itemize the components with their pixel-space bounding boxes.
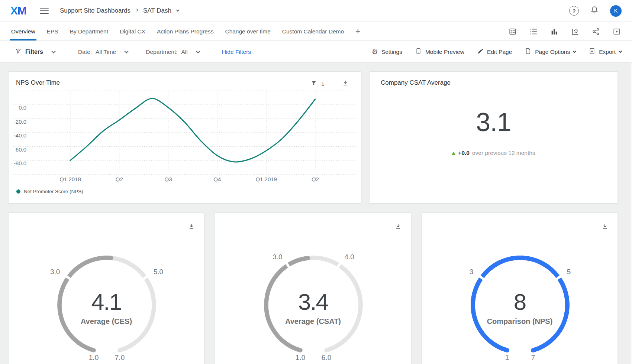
svg-text:-20.0: -20.0	[14, 118, 26, 125]
svg-text:3.0: 3.0	[50, 268, 60, 276]
gauge-label: Average (CSAT)	[215, 317, 411, 326]
dashboard-switcher-chevron-icon[interactable]	[176, 9, 179, 12]
avatar[interactable]: K	[610, 5, 622, 17]
svg-text:7.0: 7.0	[115, 354, 125, 361]
breadcrumb-separator-icon	[135, 9, 138, 12]
page-tab-bar: Overview EPS By Department Digital CX Ac…	[0, 22, 632, 41]
hide-filters-link[interactable]: Hide Filters	[222, 49, 251, 55]
xm-logo: XM	[10, 4, 26, 17]
breadcrumb: Support Site Dashboards SAT Dash	[60, 7, 179, 14]
funnel-icon	[15, 48, 22, 56]
widget-csat-gauge: 3.04.01.06.0 3.4 Average (CSAT)	[215, 212, 411, 364]
date-filter-chevron-icon	[125, 49, 129, 53]
export-icon	[589, 48, 596, 56]
svg-text:Q2: Q2	[116, 176, 123, 182]
legend-series-label: Net Promoter Score (NPS)	[24, 189, 83, 194]
bar-chart-icon[interactable]	[550, 27, 558, 36]
gauge-value: 4.1	[9, 289, 204, 315]
department-filter-chevron-icon	[196, 49, 200, 53]
svg-text:Q3: Q3	[165, 176, 172, 182]
gauge-label: Comparison (NPS)	[422, 317, 618, 326]
department-filter-label: Department:	[146, 49, 177, 55]
date-filter-label: Date:	[78, 49, 92, 55]
widget-title: Company CSAT Average	[381, 79, 451, 87]
date-filter[interactable]: Date: All Time	[78, 49, 128, 55]
scatter-icon[interactable]	[571, 27, 579, 36]
svg-text:Q2: Q2	[312, 176, 319, 182]
add-page-button[interactable]: +	[355, 22, 360, 40]
hamburger-menu-icon[interactable]	[40, 6, 49, 16]
svg-text:0.0: 0.0	[19, 104, 26, 111]
svg-text:Q1 2019: Q1 2019	[255, 176, 277, 182]
tab-by-department[interactable]: By Department	[70, 22, 108, 40]
filter-bar: Filters Date: All Time Department: All H…	[0, 41, 632, 63]
kpi-delta: +0.0 over previous 12 months	[370, 150, 618, 156]
tab-action-plans-progress[interactable]: Action Plans Progress	[157, 22, 214, 40]
help-icon[interactable]: ?	[569, 6, 579, 16]
tab-change-over-time[interactable]: Change over time	[225, 22, 270, 40]
filters-chevron-icon	[51, 49, 55, 53]
breadcrumb-current[interactable]: SAT Dash	[143, 7, 171, 14]
mobile-preview-button[interactable]: Mobile Preview	[415, 48, 464, 56]
svg-text:3.0: 3.0	[273, 253, 282, 261]
export-button[interactable]: Export	[589, 48, 622, 56]
mobile-phone-icon	[415, 48, 422, 56]
svg-text:-40.0: -40.0	[14, 132, 26, 139]
department-filter[interactable]: Department: All	[146, 49, 200, 55]
svg-text:6.0: 6.0	[322, 354, 331, 361]
legend-dot-icon	[16, 189, 20, 194]
pencil-icon	[477, 48, 484, 56]
page-options-chevron-icon	[573, 49, 577, 53]
svg-text:Q1 2018: Q1 2018	[59, 176, 81, 182]
list-icon[interactable]	[529, 27, 538, 36]
svg-text:5: 5	[567, 268, 571, 276]
present-icon[interactable]	[613, 27, 621, 36]
svg-text:-80.0: -80.0	[14, 160, 26, 166]
svg-text:5.0: 5.0	[154, 268, 163, 276]
chart-legend[interactable]: Net Promoter Score (NPS)	[16, 189, 83, 194]
svg-text:7: 7	[531, 354, 535, 361]
svg-text:3: 3	[470, 268, 474, 276]
department-filter-value: All	[181, 49, 188, 55]
settings-button[interactable]: ⚙ Settings	[372, 48, 402, 55]
tab-eps[interactable]: EPS	[47, 22, 58, 40]
svg-text:4.0: 4.0	[344, 253, 354, 261]
svg-text:1.0: 1.0	[89, 354, 99, 361]
delta-value: +0.0	[458, 150, 470, 156]
page-options-button[interactable]: Page Options	[525, 48, 576, 56]
filters-dropdown[interactable]: Filters	[15, 48, 55, 56]
checklist-icon[interactable]	[509, 27, 517, 36]
breadcrumb-root[interactable]: Support Site Dashboards	[60, 7, 130, 14]
svg-text:1: 1	[505, 354, 509, 361]
kpi-value: 3.1	[370, 107, 618, 137]
gauge-label: Average (CES)	[9, 317, 204, 326]
svg-text:-60.0: -60.0	[14, 146, 26, 153]
delta-suffix: over previous 12 months	[472, 150, 535, 156]
date-filter-value: All Time	[96, 49, 116, 55]
gauge-value: 3.4	[215, 289, 411, 315]
tab-digital-cx[interactable]: Digital CX	[120, 22, 145, 40]
page-icon	[525, 48, 532, 56]
delta-up-triangle-icon	[452, 152, 455, 155]
gauge-value: 8	[422, 289, 618, 315]
widget-nps-over-time: NPS Over Time 1 0.0-20.0-40.0-60.0-80.0Q…	[8, 71, 361, 204]
svg-text:Q4: Q4	[213, 176, 221, 182]
widget-nps-comparison-gauge: 3517 8 Comparison (NPS)	[422, 212, 618, 364]
tab-overview[interactable]: Overview	[11, 22, 35, 40]
filters-label: Filters	[25, 49, 43, 55]
scrollbar-track[interactable]	[630, 63, 632, 364]
export-chevron-icon	[619, 49, 622, 53]
nps-line-chart: 0.0-20.0-40.0-60.0-80.0Q1 2018Q2Q3Q4Q1 2…	[9, 72, 362, 204]
widget-ces-gauge: 3.05.01.07.0 4.1 Average (CES)	[8, 212, 204, 364]
gear-icon: ⚙	[372, 48, 378, 55]
svg-text:1.0: 1.0	[296, 354, 305, 361]
share-icon[interactable]	[592, 27, 600, 36]
notifications-bell-icon[interactable]	[590, 6, 599, 16]
edit-page-button[interactable]: Edit Page	[477, 48, 512, 56]
tab-custom-calendar-demo[interactable]: Custom Calendar Demo	[282, 22, 344, 40]
widget-company-csat-average: Company CSAT Average 3.1 +0.0 over previ…	[369, 71, 618, 204]
top-bar: XM Support Site Dashboards SAT Dash ? K	[0, 0, 632, 22]
